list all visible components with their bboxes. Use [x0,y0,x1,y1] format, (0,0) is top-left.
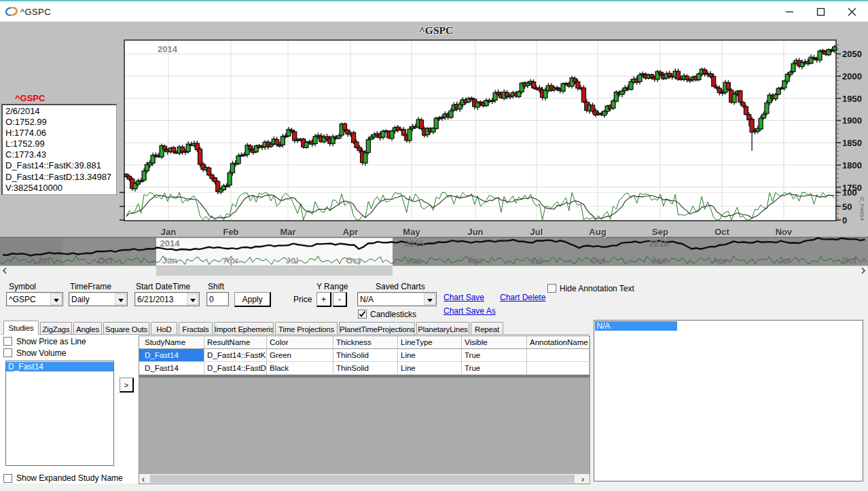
svg-text:D_Fast14: D_Fast14 [859,197,865,221]
